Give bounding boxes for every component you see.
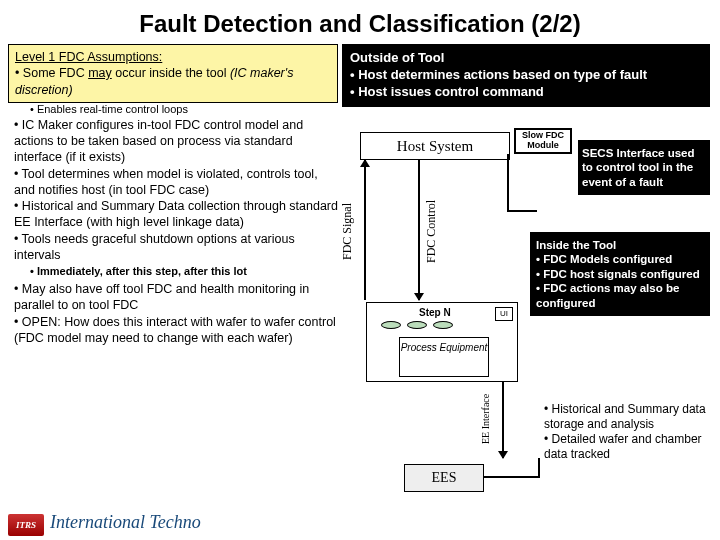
- fdc-signal-label: FDC Signal: [340, 166, 360, 296]
- outside-tool-box: Outside of Tool • Host determines action…: [342, 44, 710, 107]
- arrow-ee: [502, 382, 504, 458]
- historical-box: • Historical and Summary data storage an…: [544, 402, 710, 462]
- wafer-icon: [433, 321, 453, 329]
- tool-box: Step N UI Process Equipment: [366, 302, 518, 382]
- realtime-bullet: • Enables real-time control loops: [8, 103, 338, 115]
- assumptions-line1: • Some FDC may occur inside the tool (IC…: [15, 65, 331, 98]
- page-title: Fault Detection and Classification (2/2): [0, 0, 720, 44]
- footer: ITRSInternational Techno: [8, 512, 201, 536]
- ees-box: EES: [404, 464, 484, 492]
- footer-text: International Techno: [50, 512, 201, 532]
- inside-tool-box: Inside the Tool • FDC Models configured …: [530, 232, 710, 316]
- right-column: Outside of Tool • Host determines action…: [342, 44, 710, 346]
- assumptions-heading: Level 1 FDC Assumptions:: [15, 49, 331, 65]
- arrow-signal: [364, 160, 366, 300]
- process-equipment-box: Process Equipment: [399, 337, 489, 377]
- connector-ees: [482, 458, 540, 478]
- main-layout: Level 1 FDC Assumptions: • Some FDC may …: [0, 44, 720, 346]
- host-system-box: Host System: [360, 132, 510, 160]
- wafer-icon: [381, 321, 401, 329]
- assumptions-box: Level 1 FDC Assumptions: • Some FDC may …: [8, 44, 338, 103]
- bullets-group-b: • May also have off tool FDC and health …: [8, 279, 338, 346]
- immediately-bullet: • Immediately, after this step, after th…: [8, 265, 338, 277]
- slow-fdc-box: Slow FDC Module: [514, 128, 572, 154]
- left-column: Level 1 FDC Assumptions: • Some FDC may …: [8, 44, 338, 346]
- connector-slow: [507, 154, 537, 212]
- ui-box: UI: [495, 307, 513, 321]
- arrow-control: [418, 160, 420, 300]
- step-label: Step N: [419, 307, 451, 318]
- secs-interface-box: SECS Interface used to control tool in t…: [578, 140, 710, 195]
- itrs-logo: ITRS: [8, 514, 44, 536]
- bullets-group-a: • IC Maker configures in-tool FDC contro…: [8, 115, 338, 263]
- fdc-control-label: FDC Control: [424, 166, 444, 296]
- ee-interface-label: EE Interface: [480, 384, 500, 454]
- wafer-icon: [407, 321, 427, 329]
